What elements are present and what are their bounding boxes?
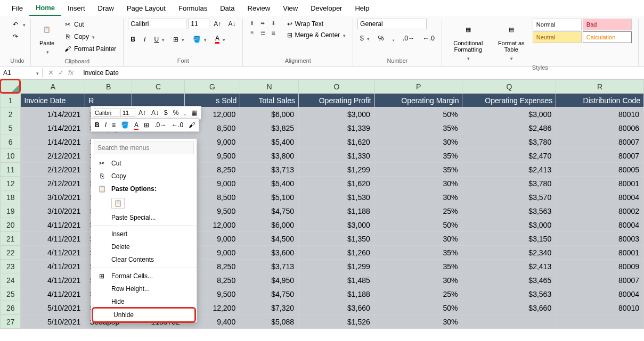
- cell[interactable]: $1,188: [299, 287, 375, 301]
- cell[interactable]: $3,150: [462, 232, 556, 246]
- context-cut[interactable]: ✂Cut: [91, 157, 197, 170]
- borders-button[interactable]: ⊞: [170, 33, 187, 45]
- mini-increase-font[interactable]: A↑: [136, 108, 148, 118]
- cell[interactable]: 1/14/2021: [21, 107, 85, 121]
- cell[interactable]: 30%: [374, 315, 462, 329]
- row-header-20[interactable]: 20: [1, 218, 21, 232]
- mini-decrease-font[interactable]: A↓: [149, 108, 161, 118]
- wrap-text-button[interactable]: ↩Wrap Text: [284, 19, 348, 29]
- mini-dec-decimal[interactable]: ←.0: [169, 120, 185, 130]
- paste-button[interactable]: 📋 Paste: [35, 19, 59, 57]
- mini-font-size[interactable]: [120, 109, 135, 117]
- row-header-27[interactable]: 27: [1, 315, 21, 329]
- cell[interactable]: 30%: [374, 177, 462, 190]
- cell[interactable]: 80010: [556, 107, 644, 121]
- cell[interactable]: $5,100: [240, 190, 299, 204]
- cell[interactable]: $3,600: [240, 246, 299, 260]
- cell[interactable]: 80002: [556, 204, 644, 218]
- cell[interactable]: $3,570: [462, 190, 556, 204]
- cell[interactable]: $3,800: [240, 149, 299, 163]
- cell[interactable]: $5,088: [240, 315, 299, 329]
- header-cell[interactable]: Invoice Date: [21, 94, 85, 107]
- cell[interactable]: 50%: [374, 218, 462, 232]
- cell[interactable]: 1/14/2021: [21, 135, 85, 149]
- cell[interactable]: $3,000: [299, 218, 375, 232]
- cell[interactable]: $3,660: [299, 301, 375, 315]
- cell[interactable]: $4,500: [240, 232, 299, 246]
- fx-icon[interactable]: fx: [68, 69, 74, 77]
- menu-draw[interactable]: Draw: [92, 1, 120, 15]
- cell[interactable]: $1,299: [299, 260, 375, 273]
- mini-bold[interactable]: B: [93, 120, 102, 130]
- cell[interactable]: 4/11/2021: [21, 273, 85, 287]
- mini-currency[interactable]: $: [162, 108, 170, 118]
- cell[interactable]: 80004: [556, 190, 644, 204]
- context-copy[interactable]: ⎘Copy: [91, 170, 197, 182]
- context-delete[interactable]: Delete: [91, 240, 197, 253]
- increase-decimal-button[interactable]: .0→: [400, 33, 417, 44]
- mini-font-name[interactable]: [93, 109, 119, 117]
- cell[interactable]: [462, 315, 556, 329]
- cancel-formula-icon[interactable]: ✕: [48, 69, 54, 77]
- cell[interactable]: $4,750: [240, 204, 299, 218]
- cell[interactable]: $5,400: [240, 135, 299, 149]
- column-header-N[interactable]: N: [240, 80, 299, 94]
- cell-style-calculation[interactable]: Calculation: [583, 31, 632, 43]
- increase-font-button[interactable]: A↑: [211, 19, 224, 29]
- column-header-G[interactable]: G: [184, 80, 240, 94]
- header-cell[interactable]: Operating Margin: [374, 94, 462, 107]
- context-clear-contents[interactable]: Clear Contents: [91, 253, 197, 266]
- cell[interactable]: 80007: [556, 273, 644, 287]
- cell[interactable]: $3,780: [462, 177, 556, 190]
- context-format-cells[interactable]: ⊞Format Cells...: [91, 270, 197, 282]
- font-size-select[interactable]: [188, 19, 209, 29]
- cell[interactable]: $4,750: [240, 287, 299, 301]
- cell[interactable]: $3,000: [462, 107, 556, 121]
- row-header-19[interactable]: 19: [1, 204, 21, 218]
- mini-table-icon[interactable]: ▦: [189, 108, 199, 118]
- cell[interactable]: 80001: [556, 246, 644, 260]
- context-paste-special[interactable]: Paste Special...: [91, 211, 197, 224]
- cell[interactable]: 2/12/2021: [21, 177, 85, 190]
- enter-formula-icon[interactable]: ✓: [58, 69, 64, 77]
- mini-fill-color[interactable]: 🪣: [119, 120, 131, 130]
- context-unhide[interactable]: Unhide: [92, 307, 196, 323]
- mini-font-color[interactable]: A: [132, 120, 141, 130]
- header-cell[interactable]: Distribution Code: [556, 94, 644, 107]
- fill-color-button[interactable]: 🪣: [190, 33, 209, 45]
- cell[interactable]: 50%: [374, 107, 462, 121]
- mini-border[interactable]: ⊞: [142, 120, 151, 130]
- cell[interactable]: $2,486: [462, 121, 556, 135]
- cell[interactable]: $6,000: [240, 107, 299, 121]
- context-hide[interactable]: Hide: [91, 295, 197, 308]
- header-cell[interactable]: Operating Profit: [299, 94, 375, 107]
- undo-button[interactable]: ↶: [9, 19, 28, 30]
- column-header-Q[interactable]: Q: [462, 80, 556, 94]
- row-header-10[interactable]: 10: [1, 149, 21, 163]
- row-header-22[interactable]: 22: [1, 246, 21, 260]
- mini-percent[interactable]: %: [171, 108, 181, 118]
- cell[interactable]: 3/10/2021: [21, 190, 85, 204]
- cell[interactable]: 80007: [556, 135, 644, 149]
- cell[interactable]: $5,400: [240, 177, 299, 190]
- formula-bar[interactable]: Invoice Date: [79, 68, 644, 78]
- cell[interactable]: 80006: [556, 121, 644, 135]
- italic-button[interactable]: I: [141, 33, 148, 45]
- cell[interactable]: 35%: [374, 246, 462, 260]
- cell[interactable]: 35%: [374, 121, 462, 135]
- cell[interactable]: 80004: [556, 218, 644, 232]
- align-middle-button[interactable]: ⬌: [258, 19, 267, 27]
- copy-button[interactable]: ⎘Copy: [61, 31, 119, 43]
- row-header-25[interactable]: 25: [1, 287, 21, 301]
- underline-button[interactable]: U: [151, 33, 167, 45]
- header-cell[interactable]: Operating Expenses: [462, 94, 556, 107]
- cell[interactable]: 25%: [374, 204, 462, 218]
- row-header-5[interactable]: 5: [1, 121, 21, 135]
- cell[interactable]: 2/12/2021: [21, 163, 85, 177]
- cell[interactable]: 35%: [374, 260, 462, 273]
- number-format-select[interactable]: [357, 19, 427, 29]
- cell[interactable]: $2,413: [462, 260, 556, 273]
- context-paste-default[interactable]: 📋: [91, 195, 197, 211]
- cell[interactable]: 25%: [374, 287, 462, 301]
- cell[interactable]: 5/10/2021: [21, 301, 85, 315]
